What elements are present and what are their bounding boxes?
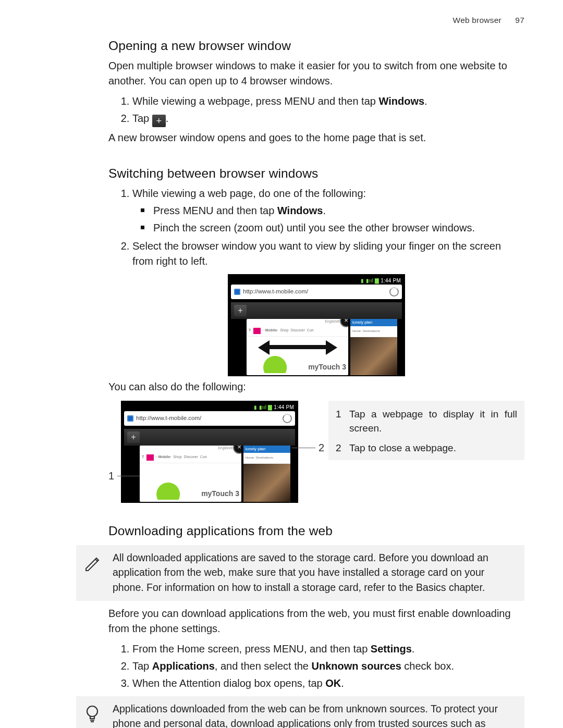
phone-url-bar: http://www.t-mobile.com/: [231, 285, 402, 299]
nav-link: Discover: [184, 454, 198, 460]
nav-link: Shop: [280, 328, 288, 333]
phone-status-bar: ▮ ▮ııl ▇ 1:44 PM: [231, 277, 402, 285]
text-bold: Windows: [378, 95, 424, 107]
heading-downloading-apps: Downloading applications from the web: [108, 522, 524, 540]
nav-link: Destinations: [256, 455, 273, 460]
phone-tab-strip: +: [231, 302, 402, 319]
signal-icon: ▮ ▮ııl ▇: [361, 278, 379, 283]
text: When the Attention dialog box opens, tap: [132, 677, 325, 689]
nav-link: Con: [200, 454, 207, 460]
phone-url-text: http://www.t-mobile.com/: [243, 287, 308, 296]
tip-box: Applications downloaded from the web can…: [76, 696, 524, 728]
phone-status-bar: ▮ ▮ııl ▇ 1:44 PM: [124, 404, 295, 411]
nav-link: Destinations: [363, 329, 380, 334]
list-item: Tap +.: [132, 111, 524, 127]
figure-with-callouts: 1 2 ▮ ▮ııl ▇ 1:44 PM http://www.t-mobile…: [108, 401, 317, 503]
text: .: [323, 205, 326, 216]
loading-icon: [283, 414, 292, 423]
svg-point-2: [87, 706, 97, 717]
browser-card-side: lonely plan Home Destinations: [350, 319, 397, 375]
ordered-list: While viewing a webpage, press MENU and …: [108, 94, 524, 127]
text: .: [412, 643, 415, 655]
globe-icon: [127, 415, 133, 422]
text: Tap: [132, 660, 152, 672]
text-bold: Unknown sources: [312, 660, 401, 672]
lightbulb-icon: [81, 704, 103, 728]
heading-opening-window: Opening a new browser window: [108, 36, 524, 55]
list-item: From the Home screen, press MENU, and th…: [132, 641, 524, 657]
plus-icon: +: [152, 115, 166, 127]
nav-link: Discover: [291, 328, 305, 333]
heading-switching-windows: Switching between browser windows: [108, 164, 524, 183]
card-side-photo: [243, 464, 290, 502]
phone-card-row: × English/Espa T· ·Mobile· Shop Discover…: [124, 446, 295, 503]
legend-row: 2 Tap to close a webpage.: [336, 441, 517, 455]
text-bold: Windows: [277, 205, 323, 216]
legend-text: Tap to close a webpage.: [349, 441, 517, 455]
text: .: [166, 113, 169, 124]
browser-card-main: × English/Espa T· ·Mobile· Shop Discover…: [140, 446, 241, 502]
card-side-title: lonely plan: [350, 319, 397, 326]
loading-icon: [389, 287, 399, 297]
list-item: Tap Applications, and then select the Un…: [132, 659, 524, 674]
hero-text: myTouch 3: [201, 489, 239, 498]
tmobile-logo-square: [253, 328, 261, 334]
text: From the Home screen, press MENU, and th…: [132, 643, 371, 655]
globe-icon: [234, 289, 240, 295]
card-side-photo: [350, 337, 397, 375]
card-lang-row: English/Espa: [247, 319, 348, 326]
ordered-list: While viewing a web page, do one of the …: [108, 186, 524, 269]
add-tab-icon: +: [234, 305, 247, 316]
card-hero: myTouch 3: [247, 337, 348, 373]
signal-icon: ▮ ▮ııl ▇: [254, 404, 272, 410]
text: check box.: [401, 660, 454, 672]
list-item: Select the browser window you want to vi…: [132, 239, 524, 269]
status-time: 1:44 PM: [381, 278, 401, 283]
tmobile-logo: T· ·Mobile·: [142, 454, 171, 461]
card-logo-bar: T· ·Mobile· Shop Discover Con: [140, 452, 241, 463]
list-item: When the Attention dialog box opens, tap…: [132, 676, 524, 691]
paragraph: A new browser window opens and goes to t…: [108, 130, 524, 145]
browser-card-side: lonely plan Home Destinations: [243, 446, 290, 502]
text: While viewing a webpage, press MENU and …: [132, 95, 378, 107]
tmobile-logo: T· ·Mobile·: [249, 328, 278, 334]
tmobile-logo-text2: · ·Mobile·: [155, 454, 171, 460]
figure-browser-swipe: ▮ ▮ııl ▇ 1:44 PM http://www.t-mobile.com…: [108, 274, 524, 376]
card-side-nav: Home Destinations: [350, 326, 397, 337]
figure-callouts-row: 1 2 ▮ ▮ııl ▇ 1:44 PM http://www.t-mobile…: [108, 401, 524, 503]
tip-text: Applications downloaded from the web can…: [113, 701, 517, 728]
phone-tab-strip: +: [124, 429, 295, 446]
text: While viewing a web page, do one of the …: [132, 188, 366, 199]
text: Press MENU and then tap: [153, 205, 277, 216]
text-bold: OK: [325, 677, 341, 689]
status-time: 1:44 PM: [274, 404, 294, 410]
note-text: All downloaded applications are saved to…: [113, 550, 517, 595]
running-header-section: Web browser: [453, 15, 501, 26]
phone-screenshot: ▮ ▮ııl ▇ 1:44 PM http://www.t-mobile.com…: [121, 401, 298, 503]
phone-screenshot: ▮ ▮ııl ▇ 1:44 PM http://www.t-mobile.com…: [228, 274, 405, 376]
card-side-title: lonely plan: [243, 446, 290, 453]
nav-link: Home: [352, 329, 361, 334]
callout-number: 2: [319, 440, 324, 455]
legend-number: 2: [336, 441, 343, 455]
card-logo-bar: T· ·Mobile· Shop Discover Con: [247, 326, 348, 337]
nav-link: Con: [307, 328, 314, 333]
tmobile-logo-text: T: [142, 454, 145, 460]
card-hero: myTouch 3: [140, 463, 241, 500]
list-item: While viewing a webpage, press MENU and …: [132, 94, 524, 109]
text: .: [424, 95, 427, 107]
paragraph: Open multiple browser windows to make it…: [108, 58, 524, 89]
tmobile-logo-square: [146, 454, 154, 461]
legend-number: 1: [336, 407, 343, 436]
tmobile-logo-text2: · ·Mobile·: [262, 328, 278, 333]
note-box: All downloaded applications are saved to…: [76, 545, 524, 601]
text: Tap: [132, 113, 152, 124]
card-side-nav: Home Destinations: [243, 453, 290, 464]
nav-link: Shop: [173, 454, 181, 460]
add-tab-icon: +: [127, 431, 140, 443]
text-bold: Settings: [371, 643, 412, 655]
running-header-page: 97: [515, 15, 524, 26]
list-item: Press MENU and then tap Windows.: [153, 203, 524, 218]
phone-url-bar: http://www.t-mobile.com/: [124, 411, 295, 426]
paragraph: Before you can download applications fro…: [108, 606, 524, 636]
